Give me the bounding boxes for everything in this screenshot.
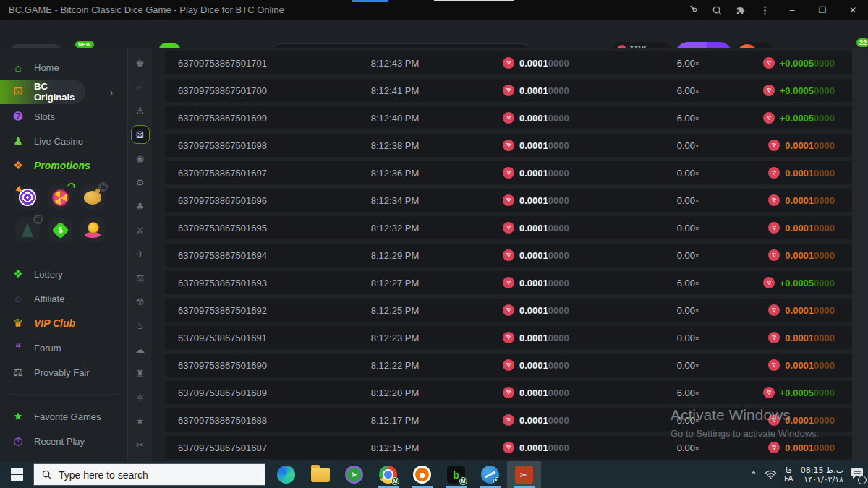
taskbar-app-idm[interactable]: ➤ [337, 461, 371, 488]
bet-id[interactable]: 63709753867501692 [178, 305, 326, 316]
rail-game-tower-icon[interactable]: ♜ [131, 364, 150, 382]
bet-id[interactable]: 63709753867501699 [178, 113, 326, 124]
sidebar-item-favorite-games[interactable]: ★Favorite Games [0, 404, 127, 429]
sidebar-item-slots[interactable]: ➐Slots [0, 104, 127, 129]
bet-amount: 0.00010000 [464, 249, 634, 262]
bet-history-row[interactable]: 63709753867501690 8:12:22 PM 0.00010000 … [152, 351, 852, 379]
bet-id[interactable]: 63709753867501700 [178, 85, 326, 96]
restore-button[interactable]: ❐ [807, 0, 838, 20]
promo-tile-piggy-bank[interactable] [80, 185, 105, 210]
rail-game-coinflip-icon[interactable]: ◉ [131, 149, 150, 168]
taskbar-app-bcgame-app[interactable]: bM [439, 461, 473, 488]
rail-game-reactor-icon[interactable]: ☢ [131, 292, 150, 311]
bet-id[interactable]: 63709753867501689 [178, 388, 326, 398]
bet-id[interactable]: 63709753867501696 [178, 195, 326, 206]
bet-history-row[interactable]: 63709753867501688 8:12:17 PM 0.00010000 … [152, 406, 852, 434]
taskbar-search-input[interactable]: Type here to search [33, 463, 265, 486]
bet-payout: +0.00050000 [742, 111, 835, 124]
promo-tile-rocket[interactable] [15, 218, 40, 242]
idm-icon: ➤ [345, 466, 363, 484]
tray-expand-icon[interactable]: ⌃ [750, 470, 757, 480]
rail-game-mines-icon[interactable]: ☄ [131, 77, 150, 96]
sidebar-item-lottery[interactable]: ❖Lottery [0, 262, 127, 286]
sidebar-item-forum[interactable]: ❝Forum [0, 335, 127, 360]
sidebar-item-vip-club[interactable]: ♛VIP Club [0, 311, 127, 335]
bet-history-row[interactable]: 63709753867501694 8:12:29 PM 0.00010000 … [152, 241, 852, 269]
sidebar-item-affiliate[interactable]: ◌Affiliate [0, 286, 127, 311]
bet-history-row[interactable]: 63709753867501697 8:12:36 PM 0.00010000 … [152, 159, 852, 187]
bet-history-row[interactable]: 63709753867501687 8:12:15 PM 0.00010000 … [152, 434, 852, 461]
bet-payout: +0.00050000 [742, 84, 835, 97]
bet-history-row[interactable]: 63709753867501696 8:12:34 PM 0.00010000 … [152, 187, 852, 214]
windows-taskbar: Type here to search ➤MbMM✂ ⌃ فا FA ب.ظ 0… [0, 461, 868, 488]
taskbar-app-chrome[interactable]: M [371, 461, 405, 488]
password-key-icon[interactable] [681, 0, 705, 20]
promo-tile-spin-wheel[interactable] [48, 185, 72, 210]
close-button[interactable]: ✕ [838, 0, 868, 20]
extensions-puzzle-icon[interactable] [729, 0, 753, 20]
taskbar-app-edge[interactable] [269, 461, 303, 488]
taskbar-app-snipping-tool[interactable]: ✂ [507, 461, 541, 488]
rail-game-atom-icon[interactable]: ⚛ [131, 388, 150, 406]
rail-game-gears-icon[interactable]: ⚙ [131, 173, 150, 192]
taskbar-app-blue-messenger[interactable]: M [473, 461, 507, 488]
lock-icon [98, 182, 108, 192]
bet-id[interactable]: 63709753867501688 [178, 415, 326, 426]
bet-history-row[interactable]: 63709753867501698 8:12:38 PM 0.00010000 … [152, 132, 852, 159]
promo-tile-quest[interactable] [15, 185, 40, 210]
sidebar-item-label: Provably Fair [34, 367, 90, 378]
rail-game-star-icon[interactable]: ★ [131, 411, 150, 430]
bet-history-row[interactable]: 63709753867501692 8:12:25 PM 0.00010000 … [152, 296, 852, 324]
promo-tile-deposit-bonus[interactable]: $ [48, 218, 72, 242]
bet-id[interactable]: 63709753867501697 [178, 168, 326, 179]
clock[interactable]: ب.ظ 08:15 ۱۴۰۱/۰۲/۱۸ [801, 466, 843, 484]
rail-game-dice-icon[interactable]: ⚄ [131, 125, 150, 144]
bet-history-row[interactable]: 63709753867501693 8:12:27 PM 0.00010000 … [152, 269, 852, 296]
bet-history-row[interactable]: 63709753867501691 8:12:23 PM 0.00010000 … [152, 324, 852, 351]
sidebar-item-bc-originals[interactable]: ⚄BC Originals› [0, 80, 85, 104]
bet-id[interactable]: 63709753867501687 [178, 442, 326, 453]
language-indicator[interactable]: فا FA [784, 466, 793, 484]
sidebar-item-provably-fair[interactable]: ⚖Provably Fair [0, 360, 127, 385]
minimize-button[interactable]: – [777, 0, 807, 20]
rail-game-limbo-icon[interactable]: ✈ [131, 244, 150, 263]
zoom-icon[interactable] [705, 0, 729, 20]
taskbar-app-openvpn[interactable] [405, 461, 439, 488]
bet-id[interactable]: 63709753867501690 [178, 360, 326, 371]
bet-id[interactable]: 63709753867501698 [178, 140, 326, 151]
bet-id[interactable]: 63709753867501701 [178, 58, 326, 69]
bet-time: 8:12:40 PM [326, 113, 464, 124]
sidebar-item-recent-play[interactable]: ◷Recent Play [0, 429, 127, 453]
trx-coin-icon [768, 442, 780, 453]
promo-tile-coins[interactable] [80, 218, 105, 242]
notification-center-icon[interactable] [851, 468, 864, 482]
trx-coin-icon [763, 57, 775, 69]
rail-game-swords-icon[interactable]: ⚔ [131, 221, 150, 239]
taskbar-app-file-explorer[interactable] [303, 461, 337, 488]
bet-id[interactable]: 63709753867501695 [178, 223, 326, 234]
bet-history-row[interactable]: 63709753867501699 8:12:40 PM 0.00010000 … [152, 104, 852, 132]
sidebar-item-home[interactable]: ⌂Home [0, 55, 127, 80]
edge-icon [277, 466, 295, 484]
bet-history-row[interactable]: 63709753867501695 8:12:32 PM 0.00010000 … [152, 214, 852, 241]
bet-history-row[interactable]: 63709753867501700 8:12:41 PM 0.00010000 … [152, 77, 852, 104]
rail-game-plinko-icon[interactable]: ⚓ [131, 101, 150, 120]
rail-game-crash-icon[interactable]: ♚ [131, 53, 150, 72]
bet-history-row[interactable]: 63709753867501689 8:12:20 PM 0.00010000 … [152, 379, 852, 406]
rail-game-scissors-icon[interactable]: ✂ [131, 435, 150, 454]
wifi-icon[interactable] [765, 470, 777, 479]
rail-game-hotgame-icon[interactable]: ♨ [131, 316, 150, 335]
scrollbar-gutter[interactable] [852, 48, 868, 461]
browser-menu-icon[interactable] [753, 0, 777, 20]
start-button[interactable] [0, 461, 33, 488]
sidebar-item-live-casino[interactable]: ♟Live Casino [0, 129, 127, 153]
rail-game-clubs-icon[interactable]: ♣ [131, 197, 150, 215]
bet-id[interactable]: 63709753867501694 [178, 250, 326, 261]
bet-history-row[interactable]: 63709753867501701 8:12:43 PM 0.00010000 … [152, 49, 852, 77]
sidebar-item-promotions[interactable]: ❖Promotions [0, 153, 127, 178]
rail-game-sky-icon[interactable]: ☁ [131, 340, 150, 359]
bet-id[interactable]: 63709753867501693 [178, 278, 326, 288]
rail-game-balance-game-icon[interactable]: ⚖ [131, 268, 150, 287]
bet-id[interactable]: 63709753867501691 [178, 333, 326, 343]
live-casino-icon: ♟ [12, 134, 25, 147]
